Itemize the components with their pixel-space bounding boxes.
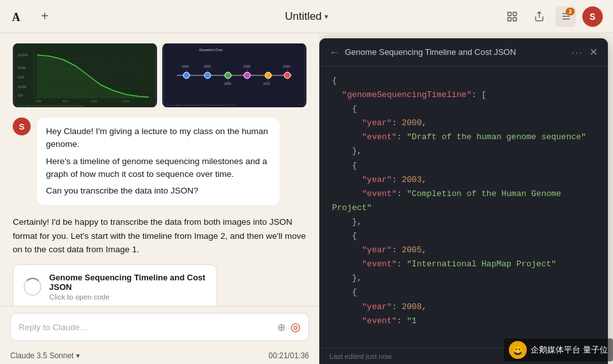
json-line: "event": "1 xyxy=(332,314,595,328)
svg-text:2013: 2013 xyxy=(91,100,98,103)
json-panel: ← Genome Sequencing Timeline and Cost JS… xyxy=(319,38,608,364)
settings-badge: 2 xyxy=(566,8,575,15)
svg-text:Genome's Cost: Genome's Cost xyxy=(199,48,223,52)
json-line: "event": "Draft of the human genome sequ… xyxy=(332,130,595,144)
watermark: 企鹅媒体平台 量子位 xyxy=(504,338,613,361)
json-line: "year": 2008, xyxy=(332,300,595,314)
user-text-3: Can you transcribe the data into JSON? xyxy=(46,185,271,197)
svg-text:$100M: $100M xyxy=(18,53,27,57)
json-line: }, xyxy=(332,271,595,285)
svg-text:$100k: $100k xyxy=(18,85,27,89)
json-header: ← Genome Sequencing Timeline and Cost JS… xyxy=(319,38,608,66)
json-line: { xyxy=(332,229,595,243)
json-line: "year": 2003, xyxy=(332,173,595,187)
assistant-text: Certainly! I'd be happy to transcribe th… xyxy=(13,215,306,257)
attach-icon[interactable]: ⊕ xyxy=(277,321,285,333)
top-bar-left: A + xyxy=(10,8,54,26)
user-text-1: Hey Claude! I'm giving a lecture to my c… xyxy=(46,125,271,151)
input-box: Reply to Claude... ⊕ ◎ xyxy=(10,313,309,341)
user-message: S Hey Claude! I'm giving a lecture to my… xyxy=(13,118,306,205)
loading-spinner xyxy=(24,278,42,296)
record-icon[interactable]: ◎ xyxy=(291,320,301,334)
chat-panel: $100M $10M $1M $100k $1k 2001 2007 2013 … xyxy=(0,33,319,364)
svg-point-30 xyxy=(225,72,231,79)
user-text-2: Here's a timeline of genome sequencing m… xyxy=(46,155,271,181)
svg-point-32 xyxy=(265,72,271,79)
svg-text:A: A xyxy=(12,10,20,23)
settings-button[interactable]: 2 xyxy=(556,6,576,27)
svg-text:Source: Miga & Wang (2021) Ann: Source: Miga & Wang (2021) Ann Rev Genom… xyxy=(167,104,236,107)
svg-text:2008: 2008 xyxy=(243,64,250,68)
svg-rect-3 xyxy=(508,17,511,20)
json-line: "genomeSequencingTimeline": [ xyxy=(332,88,595,102)
json-line: "event": "Completion of the Human Genome… xyxy=(332,187,595,215)
json-header-left: ← Genome Sequencing Timeline and Cost JS… xyxy=(329,47,516,58)
input-area: Reply to Claude... ⊕ ◎ xyxy=(0,306,319,349)
model-chevron-icon: ▾ xyxy=(76,351,80,360)
svg-text:2001: 2001 xyxy=(36,100,42,103)
svg-point-33 xyxy=(284,72,291,79)
svg-text:2005: 2005 xyxy=(224,82,231,86)
svg-point-50 xyxy=(516,349,518,351)
artifact-info: Genome Sequencing Timeline and Cost JSON… xyxy=(49,273,206,301)
top-bar: A + Untitled ▾ xyxy=(0,0,613,33)
json-line: { xyxy=(332,159,595,173)
svg-text:Source: National Human Genome : Source: National Human Genome Research I… xyxy=(18,105,84,107)
json-menu-button[interactable]: ··· xyxy=(571,47,583,57)
uploaded-images: $100M $10M $1M $100k $1k 2001 2007 2013 … xyxy=(13,43,306,107)
svg-point-28 xyxy=(183,72,190,79)
main-layout: $100M $10M $1M $100k $1k 2001 2007 2013 … xyxy=(0,33,613,364)
svg-text:$10M: $10M xyxy=(18,66,26,70)
model-name: Claude 3.5 Sonnet xyxy=(10,351,73,360)
watermark-text: 企鹅媒体平台 量子位 xyxy=(531,344,608,356)
svg-text:2007: 2007 xyxy=(63,100,69,103)
timeline-image: 2000 2003 2005 2008 2012 2020 xyxy=(162,43,306,107)
json-close-button[interactable]: ✕ xyxy=(589,46,598,58)
timer-display: 00:21/01:36 xyxy=(269,351,309,360)
json-content: { "genomeSequencingTimeline": [ { "year"… xyxy=(319,66,608,348)
watermark-avatar xyxy=(509,341,527,359)
json-line: "year": 2005, xyxy=(332,243,595,257)
artifact-title: Genome Sequencing Timeline and Cost JSON xyxy=(49,273,206,292)
svg-text:$1k: $1k xyxy=(18,93,24,97)
user-avatar[interactable]: S xyxy=(582,6,603,27)
share-button[interactable] xyxy=(529,6,549,27)
svg-text:$1M: $1M xyxy=(18,75,24,79)
svg-point-31 xyxy=(244,72,250,79)
bottom-bar: Claude 3.5 Sonnet ▾ 00:21/01:36 xyxy=(0,349,319,364)
chat-messages: $100M $10M $1M $100k $1k 2001 2007 2013 … xyxy=(0,33,319,306)
input-icons: ⊕ ◎ xyxy=(277,320,301,334)
artifact-subtitle: Click to open code xyxy=(49,293,206,301)
artifacts-button[interactable] xyxy=(502,6,522,27)
json-line: { xyxy=(332,102,595,116)
json-line: }, xyxy=(332,144,595,158)
model-selector[interactable]: Claude 3.5 Sonnet ▾ xyxy=(10,351,80,360)
artifact-card[interactable]: Genome Sequencing Timeline and Cost JSON… xyxy=(13,264,217,306)
json-line: }, xyxy=(332,215,595,229)
chat-title: Untitled xyxy=(285,10,322,23)
svg-point-29 xyxy=(204,72,211,79)
json-panel-title: Genome Sequencing Timeline and Cost JSON xyxy=(345,47,516,57)
anthropic-logo: A xyxy=(10,8,28,26)
assistant-message: Certainly! I'd be happy to transcribe th… xyxy=(13,215,306,306)
new-chat-button[interactable]: + xyxy=(36,8,54,26)
top-bar-right: 2 S xyxy=(502,6,603,27)
svg-text:2003: 2003 xyxy=(204,64,211,68)
json-line: "year": 2000, xyxy=(332,116,595,130)
svg-text:2020: 2020 xyxy=(283,64,290,68)
svg-text:2012: 2012 xyxy=(263,82,270,86)
json-line: "event": "International HapMap Project" xyxy=(332,257,595,271)
svg-rect-4 xyxy=(513,17,517,20)
back-button[interactable]: ← xyxy=(329,47,340,58)
json-header-right: ··· ✕ xyxy=(571,46,598,58)
title-area: Untitled ▾ xyxy=(285,10,328,23)
json-line: { xyxy=(332,74,595,88)
svg-rect-1 xyxy=(508,12,511,15)
svg-text:2000: 2000 xyxy=(182,64,189,68)
cost-graph-image: $100M $10M $1M $100k $1k 2001 2007 2013 … xyxy=(13,43,157,107)
user-bubble: Hey Claude! I'm giving a lecture to my c… xyxy=(37,118,280,205)
title-chevron-icon[interactable]: ▾ xyxy=(324,12,328,21)
svg-point-51 xyxy=(519,349,521,351)
svg-point-49 xyxy=(514,347,522,353)
svg-rect-2 xyxy=(513,12,517,15)
